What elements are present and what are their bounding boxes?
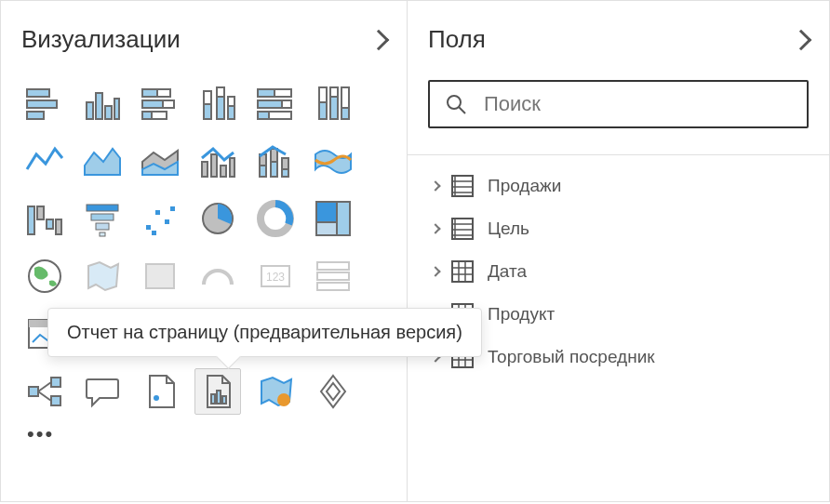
viz-arcgis[interactable] — [252, 368, 299, 415]
viz-more-icon[interactable]: ••• — [21, 415, 386, 446]
svg-rect-7 — [142, 89, 157, 97]
viz-panel-header: Визуализации — [21, 25, 386, 54]
viz-panel-title: Визуализации — [21, 25, 181, 54]
svg-text:123: 123 — [266, 271, 285, 284]
viz-scatter[interactable] — [137, 195, 183, 242]
viz-power-apps[interactable] — [310, 368, 356, 415]
field-item-reseller[interactable]: Торговый посредник — [428, 336, 809, 378]
svg-rect-35 — [211, 154, 217, 177]
svg-rect-66 — [317, 262, 349, 270]
svg-rect-44 — [28, 206, 34, 234]
search-icon — [445, 93, 467, 115]
viz-line[interactable] — [21, 138, 68, 184]
viz-100-stacked-column[interactable] — [310, 80, 356, 126]
viz-waterfall[interactable] — [21, 195, 68, 242]
chevron-right-icon — [430, 223, 440, 233]
viz-stacked-area[interactable] — [137, 138, 183, 184]
svg-rect-54 — [165, 219, 169, 224]
svg-point-91 — [154, 395, 159, 401]
svg-rect-3 — [87, 102, 93, 119]
viz-stacked-bar-h[interactable] — [21, 80, 68, 126]
svg-rect-4 — [96, 93, 102, 119]
svg-rect-61 — [316, 222, 337, 235]
collapse-fields-icon[interactable] — [791, 29, 812, 50]
viz-ribbon[interactable] — [310, 138, 356, 184]
svg-rect-108 — [452, 261, 473, 282]
fields-panel-header: Поля — [428, 25, 809, 54]
svg-rect-13 — [204, 91, 211, 104]
svg-rect-1 — [27, 100, 57, 108]
viz-paginated-report[interactable] — [194, 368, 241, 415]
viz-shape-map[interactable] — [137, 253, 183, 299]
viz-map-globe[interactable] — [21, 253, 68, 299]
viz-line-stacked-column[interactable] — [252, 138, 299, 184]
svg-rect-87 — [51, 378, 60, 387]
svg-rect-2 — [27, 112, 44, 119]
viz-clustered-column[interactable] — [79, 80, 126, 126]
svg-line-97 — [459, 107, 465, 113]
svg-point-95 — [277, 393, 290, 406]
svg-rect-55 — [170, 206, 175, 211]
fields-search[interactable] — [428, 80, 809, 128]
svg-rect-67 — [317, 272, 349, 280]
viz-gauge[interactable] — [194, 253, 241, 299]
svg-rect-9 — [142, 100, 163, 108]
viz-pie[interactable] — [194, 195, 241, 242]
viz-line-clustered-column[interactable] — [194, 138, 241, 184]
svg-rect-10 — [163, 100, 174, 108]
collapse-viz-icon[interactable] — [368, 29, 390, 50]
field-item-date[interactable]: Дата — [428, 250, 809, 293]
svg-rect-34 — [202, 162, 208, 177]
viz-tooltip: Отчет на страницу (предварительная верси… — [47, 308, 482, 357]
divider — [408, 154, 829, 155]
viz-funnel[interactable] — [79, 195, 126, 242]
viz-donut[interactable] — [252, 195, 299, 242]
field-item-goal[interactable]: Цель — [428, 207, 809, 250]
svg-rect-43 — [282, 169, 288, 177]
svg-rect-26 — [319, 102, 327, 119]
svg-rect-24 — [258, 112, 269, 119]
svg-rect-93 — [217, 391, 221, 404]
viz-grid: 123 R Py — [21, 80, 386, 415]
viz-100-stacked-bar[interactable] — [252, 80, 299, 126]
svg-line-89 — [38, 382, 51, 391]
viz-stacked-bar-h-2[interactable] — [137, 80, 183, 126]
svg-point-96 — [448, 96, 461, 109]
calc-table-icon — [450, 174, 475, 198]
visualizations-panel: Визуализации — [0, 0, 408, 502]
svg-rect-53 — [155, 210, 160, 215]
field-label: Продажи — [488, 176, 561, 196]
svg-rect-47 — [56, 219, 61, 234]
viz-card[interactable]: 123 — [252, 253, 299, 299]
svg-marker-31 — [85, 149, 120, 175]
search-input[interactable] — [484, 92, 792, 116]
viz-key-influencers[interactable] — [21, 368, 68, 415]
svg-rect-36 — [221, 166, 226, 177]
viz-stacked-column[interactable] — [194, 80, 241, 126]
viz-filled-map[interactable] — [79, 253, 126, 299]
svg-rect-86 — [29, 387, 38, 396]
svg-rect-18 — [228, 106, 234, 119]
svg-rect-16 — [217, 97, 224, 119]
svg-rect-60 — [337, 202, 350, 235]
svg-rect-5 — [105, 106, 112, 119]
grid-table-icon — [450, 259, 475, 284]
viz-treemap[interactable] — [310, 195, 356, 242]
field-label: Продукт — [488, 304, 555, 325]
viz-decomposition-tree[interactable] — [137, 368, 183, 415]
svg-rect-41 — [271, 162, 277, 177]
viz-area[interactable] — [79, 138, 126, 184]
viz-qa[interactable] — [79, 368, 126, 415]
svg-rect-59 — [316, 202, 337, 222]
fields-panel-title: Поля — [428, 25, 486, 54]
field-item-product[interactable]: Продукт — [428, 293, 809, 336]
svg-rect-12 — [152, 112, 167, 119]
field-label: Цель — [488, 219, 529, 239]
svg-rect-46 — [47, 219, 53, 229]
svg-rect-0 — [27, 89, 49, 97]
svg-rect-52 — [146, 225, 151, 230]
field-item-sales[interactable]: Продажи — [428, 165, 809, 207]
chevron-right-icon — [430, 266, 440, 276]
svg-rect-15 — [217, 87, 224, 97]
viz-multirow-card[interactable] — [310, 253, 356, 299]
